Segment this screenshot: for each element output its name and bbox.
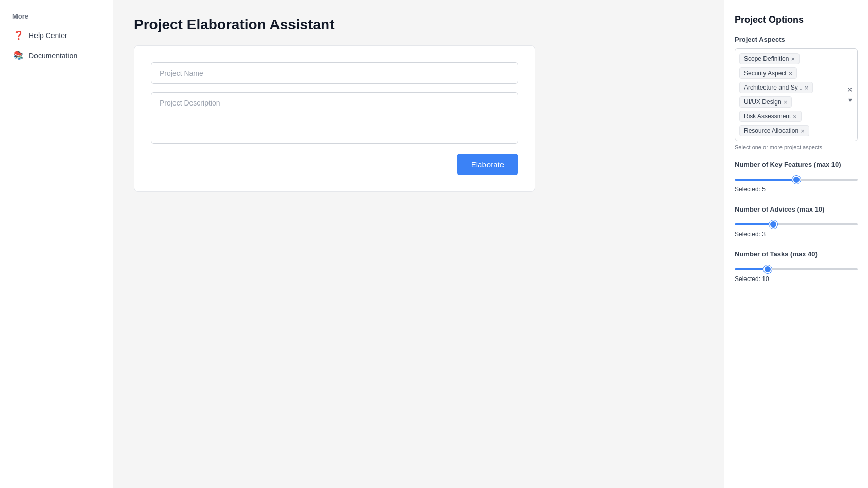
documentation-icon: 📚 [13, 50, 24, 60]
aspect-chip-security-aspect: Security Aspect× [739, 67, 797, 79]
aspect-chip-label-security-aspect: Security Aspect [744, 69, 787, 77]
project-description-input[interactable] [151, 92, 518, 144]
key-features-label: Number of Key Features (max 10) [735, 161, 858, 168]
tasks-selected: Selected: 10 [735, 275, 858, 283]
aspect-chip-resource-allocation: Resource Allocation× [739, 125, 809, 136]
aspects-close-button[interactable]: ✕ [846, 85, 854, 94]
page-title: Project Elaboration Assistant [134, 16, 703, 33]
aspect-chip-architecture-and-sy: Architecture and Sy...× [739, 82, 813, 93]
aspect-chip-remove-security-aspect[interactable]: × [789, 70, 793, 77]
aspect-chip-remove-scope-definition[interactable]: × [791, 56, 795, 62]
aspect-chip-label-resource-allocation: Resource Allocation [744, 127, 798, 134]
advices-slider-wrapper [735, 218, 858, 228]
panel-title: Project Options [735, 14, 858, 25]
sidebar-item-label-help-center: Help Center [29, 31, 67, 40]
help-center-icon: ❓ [13, 30, 24, 40]
aspects-controls: ✕ ▾ [846, 85, 854, 104]
tasks-section: Number of Tasks (max 40) Selected: 10 [735, 250, 858, 283]
sidebar-item-help-center[interactable]: ❓ Help Center [8, 26, 105, 44]
aspect-chip-scope-definition: Scope Definition× [739, 53, 800, 64]
form-card: Elaborate [134, 45, 535, 192]
advices-label: Number of Advices (max 10) [735, 205, 858, 213]
aspect-chip-label-scope-definition: Scope Definition [744, 55, 789, 62]
aspect-chip-ui-ux-design: UI/UX Design× [739, 96, 792, 108]
aspects-container: Scope Definition×Security Aspect×Archite… [735, 48, 858, 141]
aspect-chip-remove-architecture-and-sy[interactable]: × [805, 84, 809, 91]
advices-selected: Selected: 3 [735, 231, 858, 238]
advices-slider[interactable] [735, 223, 858, 225]
key-features-selected: Selected: 5 [735, 186, 858, 193]
elaborate-button[interactable]: Elaborate [457, 154, 518, 175]
aspect-chip-label-ui-ux-design: UI/UX Design [744, 98, 782, 106]
project-name-field [151, 62, 518, 84]
aspect-chip-remove-ui-ux-design[interactable]: × [784, 99, 788, 106]
aspect-chip-label-risk-assessment: Risk Assessment [744, 113, 791, 120]
main-content: Project Elaboration Assistant Elaborate [113, 0, 724, 488]
aspect-chip-risk-assessment: Risk Assessment× [739, 111, 802, 122]
sidebar-item-label-documentation: Documentation [29, 51, 77, 60]
aspects-inner: Scope Definition×Security Aspect×Archite… [739, 53, 853, 136]
sidebar-more-label: More [8, 12, 105, 20]
aspect-chip-remove-risk-assessment[interactable]: × [793, 113, 797, 120]
project-description-field [151, 92, 518, 146]
key-features-section: Number of Key Features (max 10) Selected… [735, 161, 858, 193]
advices-section: Number of Advices (max 10) Selected: 3 [735, 205, 858, 238]
aspect-chip-label-architecture-and-sy: Architecture and Sy... [744, 84, 803, 91]
sidebar-item-documentation[interactable]: 📚 Documentation [8, 46, 105, 64]
key-features-slider-wrapper [735, 173, 858, 183]
tasks-slider[interactable] [735, 268, 858, 270]
aspect-chip-remove-resource-allocation[interactable]: × [801, 128, 805, 134]
sidebar: More ❓ Help Center 📚 Documentation [0, 0, 113, 488]
right-panel: Project Options Project Aspects Scope De… [724, 0, 868, 488]
aspects-dropdown-button[interactable]: ▾ [846, 95, 854, 104]
tasks-slider-wrapper [735, 263, 858, 272]
form-actions: Elaborate [151, 154, 518, 175]
key-features-slider[interactable] [735, 179, 858, 181]
project-name-input[interactable] [151, 62, 518, 84]
aspects-label: Project Aspects [735, 36, 858, 43]
tasks-label: Number of Tasks (max 40) [735, 250, 858, 258]
aspects-hint: Select one or more project aspects [735, 144, 858, 150]
